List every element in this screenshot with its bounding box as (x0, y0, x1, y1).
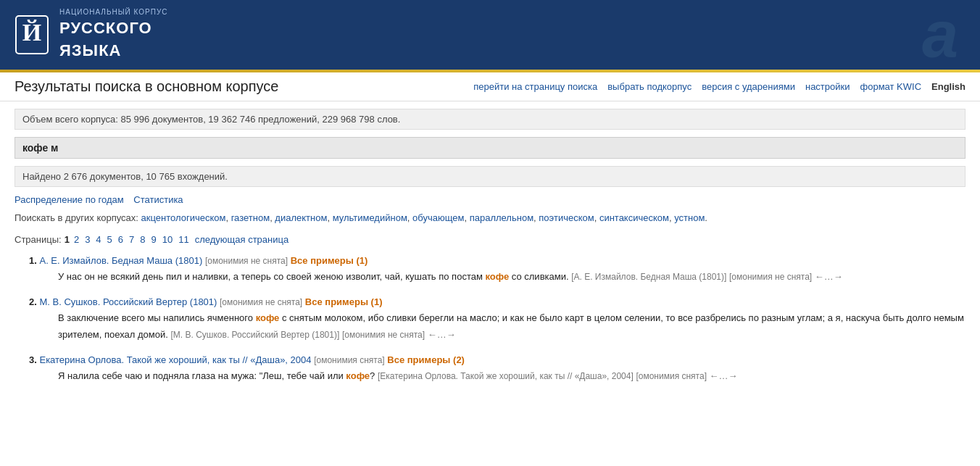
result-examples-link-1[interactable]: Все примеры (1) (291, 255, 368, 266)
result-item-3: 3. Екатерина Орлова. Такой же хороший, к… (14, 354, 966, 384)
corpora-prefix: Поискать в других корпусах: (14, 212, 138, 223)
nav-link-kwic[interactable]: формат KWIC (860, 81, 922, 92)
result-header-2: 2. М. В. Сушков. Российский Вертер (1801… (14, 296, 966, 307)
result-text-before-1: У нас он не всякий день пил и наливки, а… (58, 271, 485, 282)
result-citation-3: [Екатерина Орлова. Такой же хороший, как… (378, 371, 634, 381)
svg-text:Й: Й (22, 19, 41, 46)
result-examples-3: Все примеры (2) (387, 354, 465, 365)
result-header-1: 1. А. Е. Измайлов. Бедная Маша (1801) [о… (14, 255, 966, 266)
query-text: кофе м (22, 142, 58, 154)
result-number-3: 3. (29, 354, 37, 365)
main-content: Объем всего корпуса: 85 996 документов, … (0, 101, 980, 403)
result-header-3: 3. Екатерина Орлова. Такой же хороший, к… (14, 354, 966, 365)
corpora-link-3[interactable]: мультимедийном (333, 212, 407, 223)
result-examples-2: Все примеры (1) (305, 296, 383, 307)
result-title-1: А. Е. Измайлов. Бедная Маша (1801) (39, 255, 204, 266)
pagination-page-7[interactable]: 7 (128, 234, 136, 245)
pagination-current: 1 (65, 234, 70, 245)
result-tag-2: [омонимия не снята] (220, 297, 302, 307)
result-nav-2: ←…→ (428, 329, 456, 340)
pagination-page-10[interactable]: 10 (161, 234, 174, 245)
nav-link-subcorpus[interactable]: выбрать подкорпус (607, 81, 692, 92)
corpora-link-1[interactable]: газетном (231, 212, 270, 223)
site-main-title: Русского Языка (59, 17, 167, 62)
result-text-1: У нас он не всякий день пил и наливки, а… (14, 269, 966, 285)
logo-icon: Й (14, 14, 49, 55)
result-keyword-2: кофе (256, 312, 280, 323)
result-citation-1: [А. Е. Измайлов. Бедная Маша (1801)] (571, 272, 726, 282)
page-title: Результаты поиска в основном корпусе (14, 78, 278, 95)
nav-links: перейти на страницу поиска выбрать подко… (473, 81, 966, 92)
result-title-link-2[interactable]: М. В. Сушков. Российский Вертер (1801) (39, 296, 217, 307)
link-statistics[interactable]: Статистика (133, 194, 183, 205)
result-keyword-3: кофе (346, 370, 370, 381)
result-title-link-3[interactable]: Екатерина Орлова. Такой же хороший, как … (39, 354, 311, 365)
pagination-page-4[interactable]: 4 (94, 234, 102, 245)
result-text-3: Я налила себе чаю и подняла глаза на муж… (14, 368, 966, 384)
result-keyword-1: кофе (485, 271, 509, 282)
pagination-page-9[interactable]: 9 (150, 234, 158, 245)
result-text-before-2: В заключение всего мы напились ячменного (58, 312, 256, 323)
corpora-link-5[interactable]: параллельном (470, 212, 533, 223)
pagination-page-3[interactable]: 3 (83, 234, 91, 245)
result-tag-1: [омонимия не снята] (205, 256, 288, 266)
pagination: Страницы: 1 2 3 4 5 6 7 8 9 10 11 следую… (14, 234, 966, 245)
result-title-3: Екатерина Орлова. Такой же хороший, как … (39, 354, 314, 365)
site-title: Национальный корпус Русского Языка (59, 7, 167, 62)
nav-link-search[interactable]: перейти на страницу поиска (473, 81, 597, 92)
corpora-link-7[interactable]: синтаксическом (599, 212, 669, 223)
corpus-size-text: Объем всего корпуса: 85 996 документов, … (22, 114, 400, 125)
corpora-search-row: Поискать в других корпусах: акцентологич… (14, 211, 966, 226)
corpora-link-0[interactable]: акцентологическом (141, 212, 226, 223)
pagination-page-11[interactable]: 11 (177, 234, 190, 245)
pagination-page-8[interactable]: 8 (138, 234, 146, 245)
pagination-label: Страницы: (14, 234, 62, 245)
result-tag-3: [омонимия снята] (314, 355, 385, 365)
nav-link-accents[interactable]: версия с ударениями (702, 81, 795, 92)
corpus-info-bar: Объем всего корпуса: 85 996 документов, … (14, 109, 966, 130)
result-nav-1: ←…→ (815, 271, 843, 282)
nav-link-settings[interactable]: настройки (805, 81, 850, 92)
result-text-after-3: ? (370, 370, 375, 381)
result-examples-1: Все примеры (1) (291, 255, 368, 266)
result-nav-3: ←…→ (710, 370, 738, 381)
result-citation-2: [М. В. Сушков. Российский Вертер (1801)] (171, 330, 340, 340)
result-number-2: 2. (29, 296, 37, 307)
result-citation-tag-3: [омонимия снята] (636, 371, 707, 381)
result-title-link-1[interactable]: А. Е. Измайлов. Бедная Маша (1801) (39, 255, 202, 266)
result-text-2: В заключение всего мы напились ячменного… (14, 310, 966, 342)
query-bar: кофе м (14, 137, 966, 159)
nav-link-english[interactable]: English (931, 81, 966, 92)
result-text-after-1: со сливками. (509, 271, 568, 282)
result-examples-link-3[interactable]: Все примеры (2) (387, 354, 465, 365)
results-summary-text: Найдено 2 676 документов, 10 765 вхожден… (22, 171, 228, 182)
result-examples-link-2[interactable]: Все примеры (1) (305, 296, 383, 307)
result-citation-tag-1: [омонимия не снята] (729, 272, 812, 282)
result-item-1: 1. А. Е. Измайлов. Бедная Маша (1801) [о… (14, 255, 966, 285)
result-citation-tag-2: [омонимия не снята] (342, 330, 425, 340)
pagination-page-2[interactable]: 2 (72, 234, 80, 245)
corpora-link-8[interactable]: устном (674, 212, 705, 223)
result-number-1: 1. (29, 255, 37, 266)
header-watermark: а (922, 0, 958, 72)
corpora-link-4[interactable]: обучающем (412, 212, 464, 223)
stat-links-row: Распределение по годам Статистика (14, 194, 966, 205)
site-header: Й Национальный корпус Русского Языка а (0, 0, 980, 70)
pagination-page-6[interactable]: 6 (117, 234, 125, 245)
pagination-page-5[interactable]: 5 (106, 234, 114, 245)
result-text-before-3: Я налила себе чаю и подняла глаза на муж… (58, 370, 346, 381)
corpora-link-6[interactable]: поэтическом (539, 212, 594, 223)
top-nav: Результаты поиска в основном корпусе пер… (0, 72, 980, 101)
result-item-2: 2. М. В. Сушков. Российский Вертер (1801… (14, 296, 966, 342)
result-title-2: М. В. Сушков. Российский Вертер (1801) (39, 296, 220, 307)
link-distribution[interactable]: Распределение по годам (14, 194, 124, 205)
site-subtitle: Национальный корпус (59, 7, 167, 17)
results-summary-bar: Найдено 2 676 документов, 10 765 вхожден… (14, 166, 966, 187)
corpora-link-2[interactable]: диалектном (275, 212, 327, 223)
pagination-next[interactable]: следующая страница (194, 234, 290, 245)
logo: Й Национальный корпус Русского Языка (14, 7, 167, 62)
